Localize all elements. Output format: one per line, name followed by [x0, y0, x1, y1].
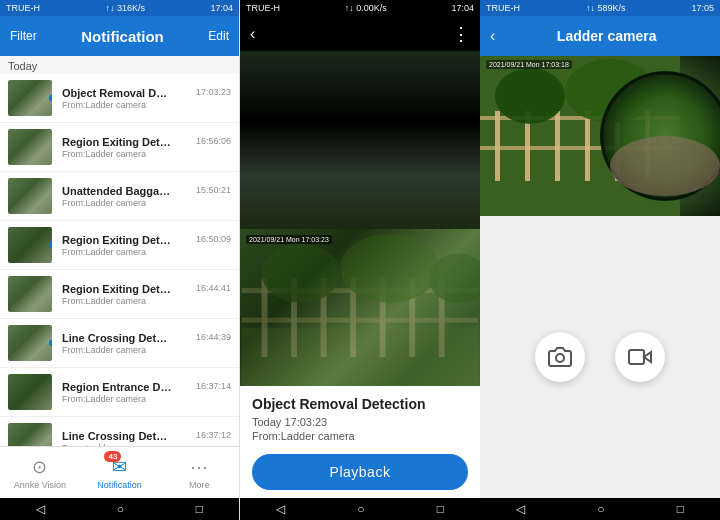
thumb-image	[8, 423, 52, 446]
video-black-area	[240, 51, 480, 228]
scene-svg	[240, 229, 480, 387]
system-nav-bar-right: ◁ ○ □	[480, 498, 720, 520]
video-scene: 2021/09/21 Mon 17:03:23	[240, 229, 480, 387]
back-button-mid[interactable]: ‹	[250, 25, 255, 43]
recents-nav-icon[interactable]: □	[196, 502, 203, 516]
camera-icon	[548, 345, 572, 369]
home-nav-icon[interactable]: ○	[117, 502, 124, 516]
recents-nav-icon-right[interactable]: □	[677, 502, 684, 516]
notification-badge: 43	[104, 451, 121, 462]
list-item[interactable]: Unattended Baggage D... 15:50:21 From:La…	[0, 172, 239, 221]
back-nav-icon-right[interactable]: ◁	[516, 502, 525, 516]
thumb-image	[8, 325, 52, 361]
notif-time: 16:50:09	[196, 234, 231, 244]
notif-info: Region Exiting Detection 16:50:09 From:L…	[52, 234, 231, 257]
list-item[interactable]: Object Removal Detecti... 17:03:23 From:…	[0, 74, 239, 123]
recents-nav-icon-mid[interactable]: □	[437, 502, 444, 516]
thumb-image	[8, 374, 52, 410]
notif-source: From:Ladder camera	[62, 394, 231, 404]
back-nav-icon-mid[interactable]: ◁	[276, 502, 285, 516]
list-item[interactable]: Region Exiting Detection 16:56:06 From:L…	[0, 123, 239, 172]
edit-button[interactable]: Edit	[208, 29, 229, 43]
more-options-button[interactable]: ⋮	[452, 23, 470, 45]
playback-button[interactable]: Playback	[252, 454, 468, 490]
annke-vision-icon: ⊙	[32, 456, 47, 478]
video-preview-top	[240, 51, 480, 228]
svg-rect-17	[495, 111, 500, 181]
notification-panel: TRUE-H ↑↓ 316K/s 17:04 Filter Notificati…	[0, 0, 240, 520]
svg-rect-30	[629, 350, 644, 364]
record-button[interactable]	[615, 332, 665, 382]
notif-source: From:Ladder camera	[62, 247, 231, 257]
status-bar-right: TRUE-H ↑↓ 589K/s 17:05	[480, 0, 720, 16]
nav-item-annke-vision[interactable]: ⊙ Annke Vision	[0, 447, 80, 498]
svg-rect-9	[242, 317, 478, 322]
home-nav-icon-mid[interactable]: ○	[357, 502, 364, 516]
notif-time: 17:03:23	[196, 87, 231, 97]
list-item[interactable]: Region Entrance Detect... 16:37:14 From:…	[0, 368, 239, 417]
notif-thumbnail	[8, 178, 52, 214]
system-nav-bar-left: ◁ ○ □	[0, 498, 239, 520]
thumb-image	[8, 80, 52, 116]
video-icon	[628, 345, 652, 369]
video-frame[interactable]: 2021/09/21 Mon 17:03:23	[240, 229, 480, 387]
nav-label-more: More	[189, 480, 210, 490]
notif-event-title: Object Removal Detecti...	[62, 87, 172, 99]
nav-label-notification: Notification	[97, 480, 142, 490]
unread-dot	[49, 95, 52, 102]
filter-button[interactable]: Filter	[10, 29, 37, 43]
camera-header: ‹ Ladder camera	[480, 16, 720, 56]
system-nav-bar-mid: ◁ ○ □	[240, 498, 480, 520]
notif-thumbnail	[8, 276, 52, 312]
video-timestamp-detail: 2021/09/21 Mon 17:03:23	[246, 235, 332, 244]
notif-event-title: Line Crossing Detection	[62, 332, 172, 344]
back-nav-icon[interactable]: ◁	[36, 502, 45, 516]
time-left: 17:04	[210, 3, 233, 13]
camera-image: 2021/09/21 Mon 17:03:18	[480, 56, 720, 216]
notification-list: Object Removal Detecti... 17:03:23 From:…	[0, 74, 239, 446]
notification-header: Filter Notification Edit	[0, 16, 239, 56]
notif-time: 15:50:21	[196, 185, 231, 195]
detail-header: ‹ ⋮	[240, 16, 480, 52]
nav-item-notification[interactable]: ✉ 43 Notification	[80, 447, 160, 498]
list-item[interactable]: Line Crossing Detection 16:44:39 From:La…	[0, 319, 239, 368]
home-nav-icon-right[interactable]: ○	[597, 502, 604, 516]
notif-thumbnail	[8, 129, 52, 165]
camera-action-buttons	[535, 332, 665, 382]
notif-thumbnail	[8, 227, 52, 263]
list-item[interactable]: Line Crossing Detection 16:37:12 From:La…	[0, 417, 239, 446]
notif-info: Object Removal Detecti... 17:03:23 From:…	[52, 87, 231, 110]
notif-event-title: Line Crossing Detection	[62, 430, 172, 442]
notif-event-title: Region Exiting Detection	[62, 136, 172, 148]
bottom-navigation: ⊙ Annke Vision ✉ 43 Notification ⋯ More	[0, 446, 239, 498]
camera-panel: TRUE-H ↑↓ 589K/s 17:05 ‹ Ladder camera	[480, 0, 720, 520]
more-icon: ⋯	[190, 456, 208, 478]
camera-scene-svg	[480, 56, 720, 216]
svg-rect-19	[555, 111, 560, 181]
notif-event-title: Region Exiting Detection	[62, 234, 172, 246]
notif-thumbnail	[8, 80, 52, 116]
carrier-right: TRUE-H	[486, 3, 520, 13]
time-right: 17:05	[691, 3, 714, 13]
unread-dot	[49, 340, 52, 347]
notif-thumbnail	[8, 374, 52, 410]
notif-source: From:Ladder camera	[62, 149, 231, 159]
nav-item-more[interactable]: ⋯ More	[159, 447, 239, 498]
signal-left: ↑↓ 316K/s	[105, 3, 145, 13]
notif-time: 16:44:41	[196, 283, 231, 293]
thumb-image	[8, 227, 52, 263]
notif-info: Region Exiting Detection 16:44:41 From:L…	[52, 283, 231, 306]
list-item[interactable]: Region Exiting Detection 16:50:09 From:L…	[0, 221, 239, 270]
notification-title: Notification	[81, 28, 164, 45]
notif-event-title: Region Entrance Detect...	[62, 381, 172, 393]
detail-source: From:Ladder camera	[252, 430, 468, 442]
list-item[interactable]: Region Exiting Detection 16:44:41 From:L…	[0, 270, 239, 319]
notif-info: Region Exiting Detection 16:56:06 From:L…	[52, 136, 231, 159]
detail-datetime: Today 17:03:23	[252, 416, 468, 428]
thumb-image	[8, 276, 52, 312]
snapshot-button[interactable]	[535, 332, 585, 382]
notif-info: Region Entrance Detect... 16:37:14 From:…	[52, 381, 231, 404]
svg-point-23	[495, 68, 565, 124]
camera-title: Ladder camera	[503, 28, 710, 44]
back-button-right[interactable]: ‹	[490, 27, 495, 45]
